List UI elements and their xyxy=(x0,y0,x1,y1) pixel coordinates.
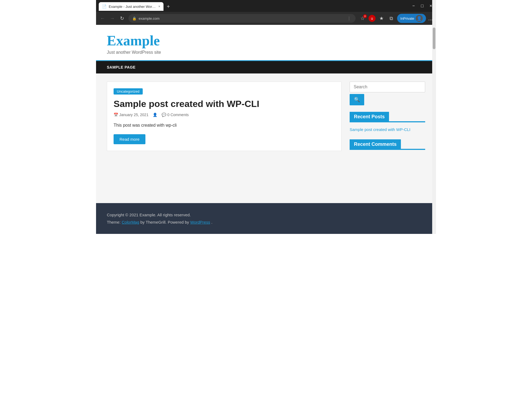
new-tab-button[interactable]: + xyxy=(166,2,171,11)
recent-posts-title-line xyxy=(389,121,425,122)
inprivate-label: InPrivate xyxy=(400,16,414,21)
scrollbar-track[interactable] xyxy=(432,0,436,234)
comments-icon: 💬 xyxy=(162,113,166,117)
post-date: 📅 January 25, 2021 xyxy=(114,113,148,117)
search-widget: 🔍 xyxy=(350,82,425,105)
collections-icon[interactable]: ★ xyxy=(378,15,385,21)
post-title: Sample post created with WP-CLI xyxy=(114,98,335,109)
site-title[interactable]: Example xyxy=(107,33,425,48)
address-text: example.com xyxy=(139,16,346,21)
back-button[interactable]: ← xyxy=(99,16,106,21)
lock-icon: 🔒 xyxy=(132,16,137,21)
sidebar: 🔍 Recent Posts Sample post created with … xyxy=(350,82,425,195)
maximize-button[interactable]: □ xyxy=(420,4,425,8)
tab-close-button[interactable]: × xyxy=(158,5,160,8)
website-content: Example Just another WordPress site SAMP… xyxy=(96,25,436,234)
inprivate-button[interactable]: InPrivate 👤 xyxy=(397,14,426,23)
search-input[interactable] xyxy=(350,82,425,92)
tabs-icon[interactable]: ⧉ xyxy=(387,16,395,21)
recent-post-link[interactable]: Sample post created with WP-CLI xyxy=(350,126,425,133)
footer-theme-text: Theme: xyxy=(107,220,121,224)
tab-title: Example - Just another WordPre... xyxy=(109,5,156,9)
profile-icon: 👤 xyxy=(416,15,423,22)
recent-comments-widget: Recent Comments xyxy=(350,139,425,150)
address-separator: | xyxy=(349,16,350,21)
footer-by-detail: by ThemeGrill. Powered by xyxy=(140,220,189,224)
nav-sample-page[interactable]: SAMPLE PAGE xyxy=(107,65,135,69)
recent-posts-widget: Recent Posts Sample post created with WP… xyxy=(350,112,425,133)
post-author: 👤 xyxy=(153,113,157,117)
favorites-badge: 8 xyxy=(363,14,367,18)
footer-copyright: Copyright © 2021 Example. All rights res… xyxy=(107,211,425,218)
recent-comments-title-line xyxy=(401,149,425,149)
search-icon: 🔍 xyxy=(354,97,360,102)
post-card: Uncategorized Sample post created with W… xyxy=(107,82,342,151)
extensions-icon[interactable]: u xyxy=(369,15,376,22)
tab-page-icon: 📄 xyxy=(102,4,107,9)
calendar-icon: 📅 xyxy=(114,113,118,117)
refresh-button[interactable]: ↻ xyxy=(119,15,125,21)
footer-powered-link[interactable]: WordPress xyxy=(190,220,210,224)
favorites-icon[interactable]: ☆ 8 xyxy=(359,15,366,21)
site-footer: Copyright © 2021 Example. All rights res… xyxy=(96,203,436,234)
category-badge[interactable]: Uncategorized xyxy=(114,88,143,95)
footer-theme: Theme: ColorMag by ThemeGrill. Powered b… xyxy=(107,218,425,226)
posts-area: Uncategorized Sample post created with W… xyxy=(107,82,342,195)
browser-tab[interactable]: 📄 Example - Just another WordPre... × xyxy=(99,2,163,11)
minimize-button[interactable]: − xyxy=(411,4,416,8)
recent-posts-title: Recent Posts xyxy=(350,112,389,122)
footer-theme-link[interactable]: ColorMag xyxy=(122,220,139,224)
recent-posts-title-wrap: Recent Posts xyxy=(350,112,425,122)
author-icon: 👤 xyxy=(153,113,157,117)
post-comments: 💬 0 Comments xyxy=(162,113,189,117)
post-excerpt: This post was created with wp-cli xyxy=(114,122,335,129)
main-content: Uncategorized Sample post created with W… xyxy=(96,73,436,203)
recent-comments-title: Recent Comments xyxy=(350,139,401,149)
search-button[interactable]: 🔍 xyxy=(350,94,364,105)
read-more-button[interactable]: Read more xyxy=(114,134,145,144)
site-header: Example Just another WordPress site xyxy=(96,25,436,61)
address-bar[interactable]: 🔒 example.com | xyxy=(128,14,356,23)
footer-period: . xyxy=(211,220,212,224)
scrollbar-thumb[interactable] xyxy=(433,28,435,49)
navigation-bar: SAMPLE PAGE xyxy=(96,61,436,73)
recent-comments-title-wrap: Recent Comments xyxy=(350,139,425,150)
forward-button[interactable]: → xyxy=(109,16,115,21)
site-tagline: Just another WordPress site xyxy=(107,50,425,55)
post-meta: 📅 January 25, 2021 👤 💬 0 Comments xyxy=(114,113,335,117)
